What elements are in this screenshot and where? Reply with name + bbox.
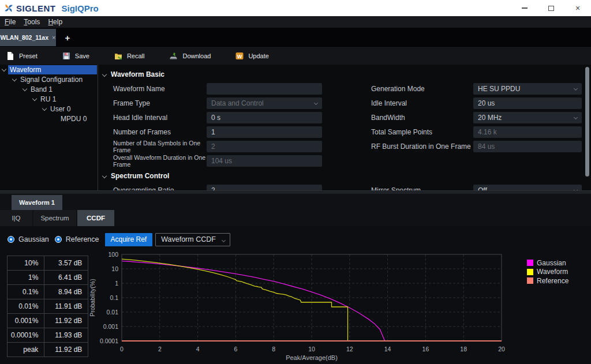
signal-tree: Waveform Signal Configuration Band 1 RU …	[0, 65, 98, 190]
ccdf-chart: 024681012141618201001010.10.010.0010.000…	[87, 251, 514, 362]
series-waveform	[122, 259, 348, 341]
update-w-icon: W	[235, 51, 244, 61]
update-button[interactable]: W Update	[235, 51, 268, 61]
save-button[interactable]: Save	[62, 51, 89, 61]
menu-file[interactable]: File	[5, 18, 16, 26]
acquire-ref-button[interactable]: Acquire Ref	[105, 233, 153, 246]
number-of-frames-input[interactable]: 1	[207, 126, 322, 138]
folder-recall-icon	[114, 51, 123, 61]
table-row: 0.0001%11.93 dB	[8, 328, 88, 343]
window-maximize-button[interactable]	[538, 0, 564, 16]
menu-tools[interactable]: Tools	[24, 18, 40, 26]
chart-legend: Gaussian Waveform Reference	[527, 258, 568, 286]
tab-waveform-1[interactable]: Waveform 1	[12, 195, 62, 210]
y-tick-label: 100	[108, 251, 118, 258]
x-tick-label: 12	[346, 346, 353, 352]
download-button[interactable]: Download	[169, 51, 211, 61]
window-close-button[interactable]: ×	[564, 0, 591, 16]
gaussian-radio-label: Gaussian	[18, 235, 49, 243]
idle-interval-input[interactable]: 20 us	[473, 97, 582, 109]
tab-close-icon[interactable]: ×	[52, 34, 55, 41]
field-label: Oversampling Ratio	[113, 186, 207, 191]
chevron-down-icon	[102, 72, 107, 77]
tab-ccdf[interactable]: CCDF	[77, 210, 114, 226]
document-icon	[6, 51, 15, 61]
tree-item-user-0[interactable]: User 0	[0, 104, 98, 114]
field-label: Idle Interval	[371, 99, 473, 107]
legend-item-waveform: Waveform	[527, 268, 568, 277]
table-row: 0.01%11.91 dB	[8, 299, 88, 314]
tree-item-ru-1[interactable]: RU 1	[0, 95, 98, 104]
waveform-name-input[interactable]	[207, 83, 322, 95]
head-idle-interval-input[interactable]: 0 s	[207, 112, 322, 123]
preset-button[interactable]: Preset	[6, 51, 38, 61]
tree-item-mpdu-0[interactable]: MPDU 0	[0, 114, 98, 123]
tree-item-band-1[interactable]: Band 1	[0, 85, 98, 94]
table-row: peak11.92 dB	[8, 343, 88, 357]
field-label: Generation Mode	[371, 85, 473, 93]
chevron-down-icon[interactable]	[42, 106, 47, 111]
rf-burst-duration-input[interactable]: 84 us	[473, 141, 582, 152]
tab-spectrum[interactable]: Spectrum	[33, 210, 76, 226]
chevron-down-icon	[102, 174, 107, 178]
tab-wlan-802-11ax[interactable]: WLAN_802_11ax ×	[0, 29, 56, 46]
configuration-panel: Waveform Signal Configuration Band 1 RU …	[0, 65, 591, 190]
bandwidth-select[interactable]: 20 MHz	[473, 112, 582, 123]
chevron-down-icon[interactable]	[23, 87, 27, 91]
series-gaussian	[122, 261, 385, 341]
menu-help[interactable]: Help	[48, 18, 62, 26]
chevron-down-icon[interactable]	[2, 67, 6, 72]
recall-button[interactable]: Recall	[114, 51, 145, 61]
frame-type-select[interactable]: Data and Control	[207, 97, 322, 109]
x-axis-label: Peak/Average(dB)	[286, 354, 338, 361]
data-symbols-input[interactable]: 2	[207, 141, 322, 152]
waveform-tab-row: Waveform 1	[0, 194, 591, 210]
x-tick-label: 18	[460, 346, 467, 352]
table-row: 1%6.41 dB	[8, 271, 88, 285]
window-minimize-button[interactable]	[511, 0, 538, 16]
overall-duration-input[interactable]: 104 us	[207, 155, 322, 167]
waveform-form: Waveform Basic Waveform Name Frame Type …	[98, 65, 591, 190]
y-tick-label: 0.001	[103, 323, 118, 330]
chevron-down-icon[interactable]	[12, 77, 17, 81]
x-tick-label: 16	[422, 346, 429, 352]
brand-name: SIGLENT	[16, 3, 56, 13]
x-tick-label: 20	[498, 346, 505, 352]
field-label: BandWidth	[371, 114, 473, 122]
ccdf-controls: Gaussian Reference Acquire Ref Waveform …	[8, 232, 230, 246]
waveform-ccdf-select[interactable]: Waveform CCDF	[155, 233, 230, 246]
generation-mode-select[interactable]: HE SU PPDU	[473, 83, 582, 95]
document-tab-bar: WLAN_802_11ax × +	[0, 28, 591, 46]
tree-item-signal-configuration[interactable]: Signal Configuration	[0, 75, 98, 84]
legend-swatch-gaussian	[527, 260, 533, 266]
field-label: Waveform Name	[113, 85, 207, 93]
chevron-down-icon[interactable]	[32, 96, 37, 101]
gaussian-radio[interactable]	[8, 236, 14, 243]
table-row: 10%3.57 dB	[8, 256, 88, 271]
reference-radio-label: Reference	[66, 235, 99, 243]
x-tick-label: 10	[308, 346, 315, 352]
reference-radio[interactable]	[55, 236, 62, 243]
vertical-scrollbar[interactable]	[585, 67, 589, 177]
field-label: Overall Waveform Duration in One Frame	[113, 154, 207, 168]
ccdf-chart-svg: 024681012141618201001010.10.010.0010.000…	[87, 251, 514, 362]
field-label: Number of Frames	[113, 128, 207, 136]
total-sample-points-input[interactable]: 4.16 k	[473, 126, 582, 138]
field-label: Total Sample Points	[371, 128, 473, 136]
field-label: RF Burst Duration in One Frame	[371, 142, 473, 151]
close-icon: ×	[575, 4, 580, 12]
oversampling-ratio-input[interactable]: 2	[207, 185, 322, 191]
tab-iq[interactable]: I|Q	[0, 210, 32, 226]
title-bar: SIGLENT SigIQPro ×	[0, 0, 591, 16]
field-label: Head Idle Interval	[113, 114, 207, 122]
y-axis-label: Probability(%)	[89, 279, 96, 316]
floppy-disk-icon	[62, 51, 71, 61]
mirror-spectrum-select[interactable]: Off	[473, 185, 582, 191]
tree-item-waveform[interactable]: Waveform	[0, 65, 98, 74]
legend-swatch-waveform	[527, 269, 533, 275]
section-waveform-basic[interactable]: Waveform Basic	[103, 70, 164, 78]
chevron-down-icon	[574, 115, 578, 119]
legend-item-reference: Reference	[527, 276, 568, 286]
section-spectrum-control[interactable]: Spectrum Control	[103, 172, 169, 180]
add-tab-button[interactable]: +	[60, 29, 75, 46]
